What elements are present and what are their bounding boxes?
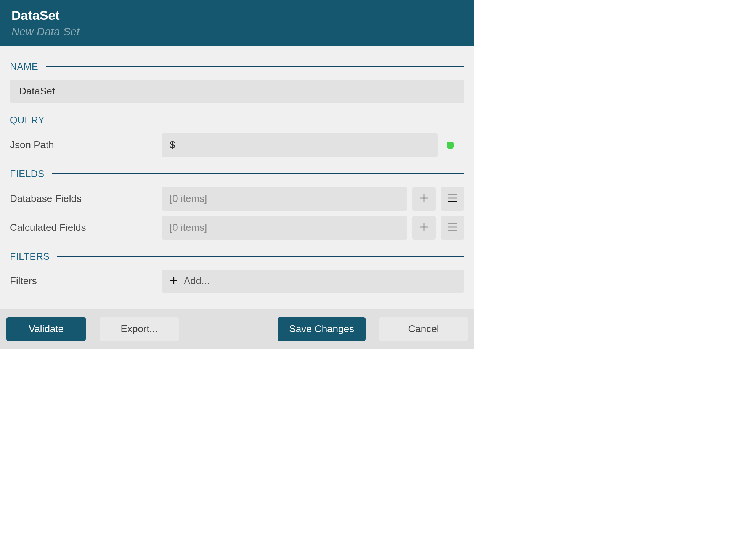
section-divider — [57, 256, 464, 257]
section-header-fields: FIELDS — [10, 168, 464, 179]
calculated-fields-menu-button[interactable] — [441, 216, 464, 240]
label-filters: Filters — [10, 275, 162, 287]
save-changes-button[interactable]: Save Changes — [278, 317, 366, 341]
section-label-fields: FIELDS — [10, 168, 45, 179]
dataset-dialog: DataSet New Data Set NAME QUERY Json Pat… — [0, 0, 474, 349]
export-button[interactable]: Export... — [100, 317, 179, 341]
spacer — [193, 317, 264, 341]
section-divider — [46, 66, 464, 67]
dialog-header: DataSet New Data Set — [0, 0, 474, 46]
section-header-query: QUERY — [10, 115, 464, 126]
dialog-subtitle: New Data Set — [11, 26, 463, 38]
json-path-input[interactable] — [162, 133, 438, 157]
dialog-title: DataSet — [11, 8, 463, 23]
status-indicator-ok — [447, 142, 454, 149]
name-input[interactable] — [10, 80, 464, 103]
add-filter-label: Add... — [184, 275, 210, 287]
database-fields-menu-button[interactable] — [441, 187, 464, 211]
section-label-name: NAME — [10, 61, 38, 72]
row-json-path: Json Path — [10, 133, 464, 157]
dialog-body: NAME QUERY Json Path FIELDS Database Fie… — [0, 46, 474, 309]
row-calculated-fields: Calculated Fields [0 items] — [10, 216, 464, 240]
validate-button[interactable]: Validate — [6, 317, 86, 341]
section-label-filters: FILTERS — [10, 251, 50, 262]
menu-icon — [447, 222, 458, 234]
add-filter-button[interactable]: Add... — [162, 270, 464, 293]
calculated-fields-add-button[interactable] — [412, 216, 436, 240]
section-header-name: NAME — [10, 61, 464, 72]
section-label-query: QUERY — [10, 115, 45, 126]
dialog-footer: Validate Export... Save Changes Cancel — [0, 309, 474, 349]
cancel-button[interactable]: Cancel — [379, 317, 468, 341]
label-calculated-fields: Calculated Fields — [10, 222, 162, 234]
label-database-fields: Database Fields — [10, 193, 162, 205]
calculated-fields-display[interactable]: [0 items] — [162, 216, 407, 240]
section-divider — [52, 120, 464, 120]
database-fields-display[interactable]: [0 items] — [162, 187, 407, 211]
row-database-fields: Database Fields [0 items] — [10, 187, 464, 211]
label-json-path: Json Path — [10, 139, 162, 151]
section-divider — [52, 173, 464, 174]
database-fields-add-button[interactable] — [412, 187, 436, 211]
plus-icon — [169, 276, 184, 286]
plus-icon — [419, 193, 429, 205]
section-header-filters: FILTERS — [10, 251, 464, 262]
plus-icon — [419, 222, 429, 234]
menu-icon — [447, 193, 458, 205]
row-filters: Filters Add... — [10, 270, 464, 293]
